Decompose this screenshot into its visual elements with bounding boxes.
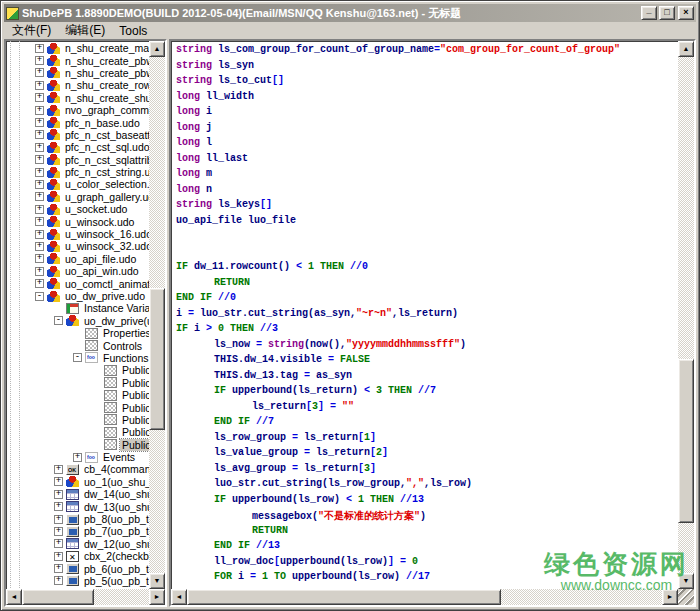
tree-item[interactable]: +n_shu_create_row_icc	[7, 79, 149, 91]
expand-icon[interactable]: +	[35, 143, 44, 152]
expand-icon[interactable]: +	[54, 576, 63, 585]
tree-item[interactable]: +uo_api_win.udo	[7, 265, 149, 277]
scroll-down-button[interactable]: ▼	[149, 573, 165, 589]
tree-item[interactable]: +dw_12(uo_shu_dw	[7, 538, 149, 550]
tree-item[interactable]: Public func	[7, 439, 149, 451]
tree-item[interactable]: +pb_6(uo_pb_toolti	[7, 562, 149, 574]
tree-item[interactable]: Public func	[7, 377, 149, 389]
code-horizontal-scrollbar[interactable]: ◄ ►	[171, 589, 678, 605]
expand-icon[interactable]: +	[73, 453, 82, 462]
scroll-left-button[interactable]: ◄	[171, 589, 187, 605]
expand-icon[interactable]: +	[54, 539, 63, 548]
tree-item[interactable]: +pfc_n_cst_sql.udo	[7, 141, 149, 153]
menu-item[interactable]: 编辑(E)	[58, 21, 112, 40]
tree-item[interactable]: +u_socket.udo	[7, 203, 149, 215]
expand-icon[interactable]: +	[35, 56, 44, 65]
close-button[interactable]: ×	[678, 6, 694, 20]
title-bar[interactable]: ShuDePB 1.8890DEMO(BUILD 2012-05-04)(Ema…	[4, 4, 696, 22]
scroll-thumb[interactable]	[187, 589, 501, 605]
tree-item[interactable]: -uo_dw_prive.udo	[7, 290, 149, 302]
tree-item[interactable]: +u_winsock_16.udo	[7, 228, 149, 240]
scroll-thumb[interactable]	[678, 359, 694, 523]
expand-icon[interactable]: +	[54, 490, 63, 499]
expand-icon[interactable]: +	[35, 155, 44, 164]
code-lines[interactable]: string ls_com_group_for_count_of_group_n…	[172, 42, 678, 589]
tree-item[interactable]: +pb_7(uo_pb_toolti	[7, 525, 149, 537]
expand-icon[interactable]: +	[35, 93, 44, 102]
tree-vertical-scrollbar[interactable]: ▲ ▼	[149, 41, 165, 589]
tree-item[interactable]: +pb_5(uo_pb_toolti	[7, 575, 149, 587]
scroll-up-button[interactable]: ▲	[678, 41, 694, 57]
expand-icon[interactable]: +	[35, 118, 44, 127]
expand-icon[interactable]: +	[54, 502, 63, 511]
tree-item[interactable]: -uo_dw_prive(user	[7, 315, 149, 327]
maximize-button[interactable]: □	[659, 6, 675, 20]
resize-grip[interactable]	[678, 589, 694, 605]
tree-item[interactable]: +uo_1(uo_shu_dw_	[7, 476, 149, 488]
tree-item[interactable]: +uo_comctl_animate.uc	[7, 277, 149, 289]
tree-item[interactable]: +n_shu_create_pbws32	[7, 67, 149, 79]
scroll-thumb[interactable]	[149, 288, 165, 430]
tree-item[interactable]: +dw_13(uo_shu_dw	[7, 500, 149, 512]
tree-item[interactable]: +Events	[7, 451, 149, 463]
expand-icon[interactable]: +	[35, 106, 44, 115]
tree-item[interactable]: +uo_api_file.udo	[7, 253, 149, 265]
tree-item[interactable]: Properties	[7, 327, 149, 339]
expand-icon[interactable]: +	[35, 254, 44, 263]
tree-item[interactable]: +dw_14(uo_shu_dw	[7, 488, 149, 500]
expand-icon[interactable]: +	[54, 564, 63, 573]
expand-icon[interactable]: +	[54, 527, 63, 536]
code-vertical-scrollbar[interactable]: ▲ ▼	[678, 41, 694, 589]
tree-item[interactable]: +pfc_n_cst_baseattrib.	[7, 129, 149, 141]
expand-icon[interactable]: +	[35, 192, 44, 201]
tree-item[interactable]: Public func	[7, 364, 149, 376]
expand-icon[interactable]: +	[35, 68, 44, 77]
expand-icon[interactable]: +	[35, 44, 44, 53]
tree-item[interactable]: +cbx_2(checkbox)	[7, 550, 149, 562]
expand-icon[interactable]: +	[54, 465, 63, 474]
tree-item[interactable]: +pfc_n_base.udo	[7, 116, 149, 128]
tree-item[interactable]: Public func	[7, 414, 149, 426]
tree-item[interactable]: +nvo_graph_commdlg.u	[7, 104, 149, 116]
expand-icon[interactable]: +	[35, 267, 44, 276]
tree-item[interactable]: Controls	[7, 339, 149, 351]
minimize-button[interactable]: _	[641, 6, 657, 20]
expand-icon[interactable]: +	[54, 552, 63, 561]
tree-item[interactable]: +pfc_n_cst_sqlattrib.uc	[7, 154, 149, 166]
tree-item[interactable]: Public func	[7, 401, 149, 413]
tree-item[interactable]: +pfc_n_cst_string.udo	[7, 166, 149, 178]
tree-item[interactable]: +n_shu_create_shu_ter	[7, 92, 149, 104]
expand-icon[interactable]: +	[54, 477, 63, 486]
tree-item[interactable]: +n_shu_create_pbws_c	[7, 54, 149, 66]
tree-item[interactable]: Public func	[7, 389, 149, 401]
tree-item[interactable]: +pb_8(uo_pb_toolti	[7, 513, 149, 525]
tree-item[interactable]: -Functions	[7, 352, 149, 364]
expand-icon[interactable]: +	[35, 81, 44, 90]
scroll-right-button[interactable]: ►	[662, 589, 678, 605]
expand-icon[interactable]: +	[35, 130, 44, 139]
tree-item[interactable]: +u_winsock.udo	[7, 215, 149, 227]
tree-item[interactable]: Instance Variables	[7, 302, 149, 314]
tree-horizontal-scrollbar[interactable]: ◄ ►	[6, 589, 165, 605]
tree-item[interactable]: +u_graph_gallery.udo	[7, 191, 149, 203]
expand-icon[interactable]: +	[35, 180, 44, 189]
collapse-icon[interactable]: -	[73, 353, 82, 362]
tree-item[interactable]: +u_winsock_32.udo	[7, 240, 149, 252]
scroll-left-button[interactable]: ◄	[6, 589, 22, 605]
scroll-down-button[interactable]: ▼	[678, 573, 694, 589]
tree-item[interactable]: +cb_4(commandbut	[7, 463, 149, 475]
tree-item[interactable]: +n_shu_create_makeca	[7, 42, 149, 54]
tree-item[interactable]: Public func	[7, 426, 149, 438]
menu-item[interactable]: Tools	[112, 23, 154, 39]
expand-icon[interactable]: +	[35, 230, 44, 239]
scroll-thumb[interactable]	[22, 589, 94, 605]
expand-icon[interactable]: +	[35, 217, 44, 226]
collapse-icon[interactable]: -	[54, 316, 63, 325]
scroll-up-button[interactable]: ▲	[149, 41, 165, 57]
expand-icon[interactable]: +	[35, 168, 44, 177]
menu-item[interactable]: 文件(F)	[5, 21, 58, 40]
expand-icon[interactable]: +	[35, 279, 44, 288]
expand-icon[interactable]: +	[54, 515, 63, 524]
expand-icon[interactable]: +	[35, 205, 44, 214]
scroll-right-button[interactable]: ►	[149, 589, 165, 605]
